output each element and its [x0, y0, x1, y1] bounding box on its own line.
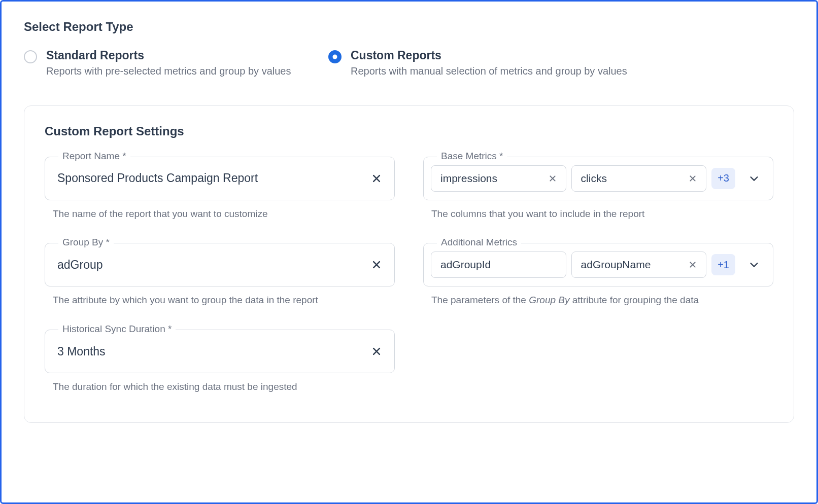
close-icon	[371, 173, 382, 184]
chip-clicks: clicks	[571, 165, 707, 192]
field-report-name: Report Name * Sponsored Products Campaig…	[45, 157, 395, 221]
close-icon	[371, 260, 382, 270]
chevron-down-icon	[748, 173, 760, 184]
radio-texts: Standard Reports Reports with pre-select…	[46, 48, 291, 77]
chip-label: clicks	[581, 172, 681, 185]
additional-metrics-more-badge[interactable]: +1	[711, 254, 735, 275]
field-grid: Report Name * Sponsored Products Campaig…	[45, 157, 773, 394]
close-icon	[689, 261, 697, 269]
field-label: Base Metrics *	[437, 151, 507, 162]
radio-option-custom[interactable]: Custom Reports Reports with manual selec…	[328, 48, 627, 77]
chip-impressions: impressions	[431, 165, 566, 192]
field-group-by: Group By * adGroup The attribute by whic…	[45, 243, 395, 307]
radio-title-custom: Custom Reports	[351, 48, 627, 63]
help-prefix: The parameters of the	[431, 295, 529, 305]
clear-group-by-button[interactable]	[368, 256, 385, 273]
additional-metrics-select[interactable]: Additional Metrics adGroupId adGroupName…	[423, 243, 773, 286]
field-help: The duration for which the existing data…	[53, 380, 395, 394]
close-icon	[689, 174, 697, 183]
radio-circle-icon	[24, 50, 37, 63]
custom-report-settings-panel: Custom Report Settings Report Name * Spo…	[24, 105, 794, 423]
radio-desc-custom: Reports with manual selection of metrics…	[351, 65, 627, 77]
base-metrics-more-badge[interactable]: +3	[711, 168, 735, 189]
report-type-radio-group: Standard Reports Reports with pre-select…	[24, 48, 794, 77]
radio-desc-standard: Reports with pre-selected metrics and gr…	[46, 65, 291, 77]
section-title: Select Report Type	[24, 20, 794, 34]
field-value: adGroup	[57, 258, 364, 272]
panel-title: Custom Report Settings	[45, 124, 773, 138]
base-metrics-dropdown-toggle[interactable]	[744, 169, 764, 188]
radio-circle-selected-icon	[328, 50, 342, 63]
field-label: Group By *	[58, 237, 114, 248]
report-name-input[interactable]: Report Name * Sponsored Products Campaig…	[45, 157, 395, 200]
chips-row: impressions clicks +3	[431, 165, 735, 192]
remove-chip-clicks-button[interactable]	[687, 172, 699, 185]
close-icon	[371, 346, 382, 356]
clear-report-name-button[interactable]	[368, 170, 385, 187]
field-help: The columns that you want to include in …	[431, 207, 773, 221]
field-base-metrics: Base Metrics * impressions clicks	[423, 157, 773, 221]
remove-chip-impressions-button[interactable]	[547, 172, 559, 185]
chip-label: adGroupId	[440, 259, 559, 271]
field-value: 3 Months	[57, 345, 364, 358]
field-value: Sponsored Products Campaign Report	[57, 171, 364, 185]
radio-texts: Custom Reports Reports with manual selec…	[351, 48, 627, 77]
field-help: The name of the report that you want to …	[53, 207, 395, 221]
field-help: The attribute by which you want to group…	[53, 294, 395, 307]
chip-adgroupname: adGroupName	[571, 251, 707, 278]
group-by-select[interactable]: Group By * adGroup	[45, 243, 395, 286]
chip-label: impressions	[440, 172, 540, 185]
radio-option-standard[interactable]: Standard Reports Reports with pre-select…	[24, 48, 308, 77]
additional-metrics-dropdown-toggle[interactable]	[744, 255, 764, 274]
help-suffix: attribute for grouping the data	[569, 295, 699, 305]
historical-sync-select[interactable]: Historical Sync Duration * 3 Months	[45, 330, 395, 373]
field-historical-sync: Historical Sync Duration * 3 Months The …	[45, 330, 395, 394]
field-label: Additional Metrics	[437, 237, 521, 248]
radio-title-standard: Standard Reports	[46, 48, 291, 63]
chip-label: adGroupName	[581, 259, 681, 271]
close-icon	[549, 174, 557, 183]
field-help: The parameters of the Group By attribute…	[431, 294, 773, 307]
field-label: Report Name *	[58, 151, 130, 162]
field-additional-metrics: Additional Metrics adGroupId adGroupName…	[423, 243, 773, 307]
clear-historical-button[interactable]	[368, 343, 385, 360]
field-label: Historical Sync Duration *	[58, 323, 176, 335]
chip-adgroupid: adGroupId	[431, 251, 566, 278]
base-metrics-select[interactable]: Base Metrics * impressions clicks	[423, 157, 773, 200]
chevron-down-icon	[748, 259, 760, 270]
chips-row: adGroupId adGroupName +1	[431, 251, 735, 278]
remove-chip-adgroupname-button[interactable]	[687, 259, 699, 271]
report-config-page: Select Report Type Standard Reports Repo…	[0, 0, 818, 504]
help-em: Group By	[529, 295, 569, 305]
